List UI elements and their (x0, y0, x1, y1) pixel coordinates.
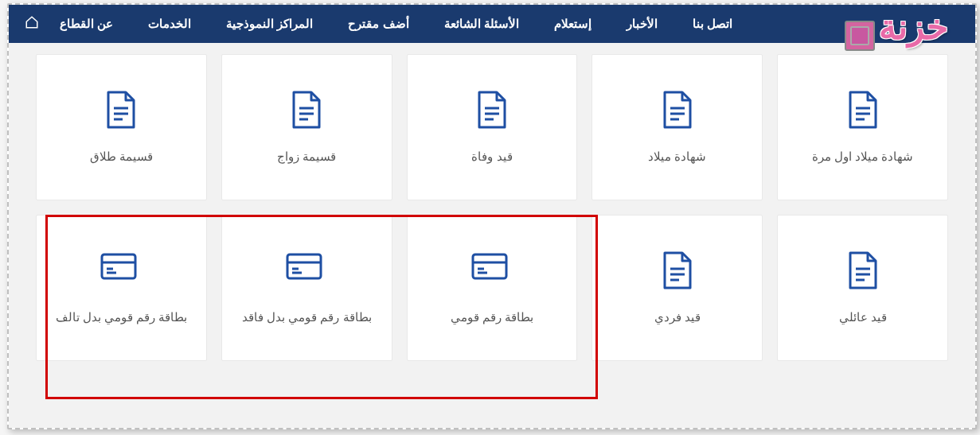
document-icon (103, 89, 139, 130)
card-label: قيد عائلي (839, 309, 887, 327)
card-label: قيد وفاة (471, 148, 512, 166)
card-death[interactable]: قيد وفاة (407, 54, 578, 200)
card-label: قيد فردي (654, 309, 701, 327)
id-card-icon (289, 250, 324, 291)
navbar: عن القطاع الخدمات المراكز النموذجية أضف … (9, 5, 975, 43)
home-icon[interactable] (25, 15, 39, 33)
nav-about[interactable]: عن القطاع (42, 17, 131, 31)
site-logo[interactable]: خزنة (843, 10, 970, 59)
nav-news[interactable]: الأخبار (609, 17, 675, 31)
card-marriage[interactable]: قسيمة زواج (221, 54, 392, 200)
card-national-id-damaged[interactable]: بطاقة رقم قومي بدل تالف (36, 215, 207, 361)
svg-rect-21 (473, 254, 506, 278)
svg-rect-29 (102, 254, 135, 278)
content-area: شهادة ميلاد اول مرة شهادة ميلاد قيد وفاة… (9, 43, 975, 428)
id-card-icon (103, 250, 139, 291)
nav-inquiry[interactable]: إستعلام (537, 17, 609, 31)
nav-centers[interactable]: المراكز النموذجية (209, 17, 330, 31)
safe-icon (845, 21, 875, 51)
svg-rect-25 (287, 254, 321, 278)
nav-suggest[interactable]: أضف مقترح (330, 17, 426, 31)
card-birth-first[interactable]: شهادة ميلاد اول مرة (777, 54, 948, 200)
document-icon (660, 89, 695, 130)
card-national-id-lost[interactable]: بطاقة رقم قومي بدل فاقد (221, 215, 392, 361)
document-icon (660, 250, 695, 291)
nav-services[interactable]: الخدمات (131, 17, 209, 31)
document-icon (845, 89, 880, 130)
document-icon (845, 250, 880, 291)
card-individual-record[interactable]: قيد فردي (592, 215, 763, 361)
card-label: بطاقة رقم قومي بدل فاقد (242, 309, 372, 327)
id-card-icon (474, 250, 510, 291)
card-label: بطاقة رقم قومي بدل تالف (56, 309, 188, 327)
card-label: قسيمة زواج (277, 148, 336, 166)
document-icon (474, 89, 510, 130)
card-family-record[interactable]: قيد عائلي (777, 215, 948, 361)
card-label: بطاقة رقم قومي (451, 309, 533, 327)
card-label: قسيمة طلاق (90, 148, 153, 166)
card-birth[interactable]: شهادة ميلاد (592, 54, 763, 200)
nav-contact[interactable]: اتصل بنا (675, 17, 750, 31)
card-label: شهادة ميلاد اول مرة (812, 148, 914, 166)
document-icon (289, 89, 324, 130)
card-label: شهادة ميلاد (648, 148, 706, 166)
nav-faq[interactable]: الأسئلة الشائعة (427, 17, 537, 31)
card-national-id[interactable]: بطاقة رقم قومي (407, 215, 578, 361)
logo-text: خزنة (879, 6, 948, 48)
card-divorce[interactable]: قسيمة طلاق (36, 54, 207, 200)
services-grid: شهادة ميلاد اول مرة شهادة ميلاد قيد وفاة… (36, 54, 948, 361)
app-window: عن القطاع الخدمات المراكز النموذجية أضف … (7, 3, 977, 429)
